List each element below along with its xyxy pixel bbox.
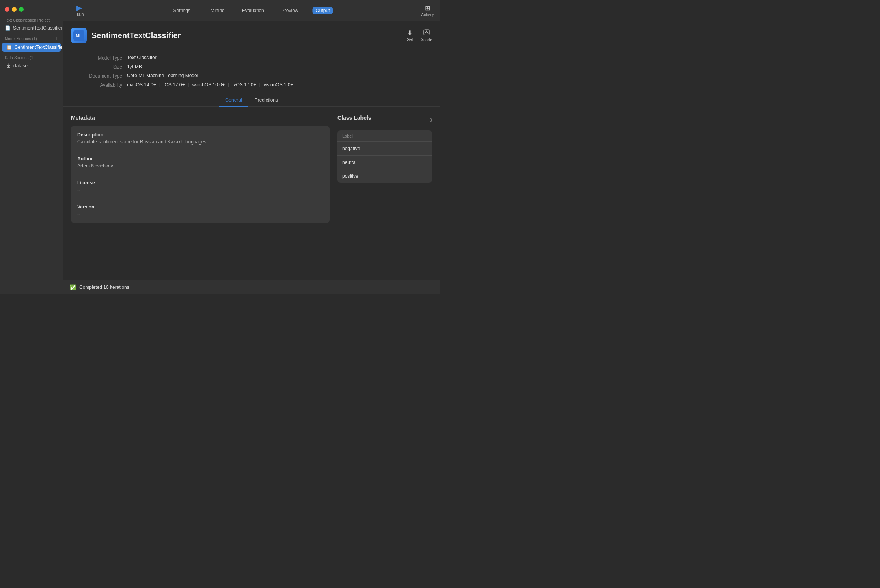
play-icon: ▶ <box>76 4 82 11</box>
model-type-row: Model Type Text Classifier <box>71 55 432 61</box>
add-model-source-button[interactable]: + <box>55 36 58 41</box>
xcode-label: Xcode <box>421 38 432 42</box>
availability-visionos: visionOS 1.0+ <box>264 82 293 87</box>
project-item[interactable]: 📄 SentimentTextClassifier <box>0 24 63 32</box>
author-label: Author <box>77 156 323 162</box>
availability-badges: macOS 14.0+ | iOS 17.0+ | watchOS 10.0+ … <box>127 82 432 87</box>
activity-icon: ⊞ <box>425 4 430 12</box>
get-icon: ⬇ <box>407 29 412 37</box>
project-label: Text Classification Project <box>0 15 63 24</box>
svg-text:ML: ML <box>76 34 82 38</box>
get-label: Get <box>407 37 413 42</box>
minimize-button[interactable] <box>12 7 17 12</box>
train-label: Train <box>75 12 84 17</box>
sep1: | <box>159 82 160 87</box>
model-sources-label: Model Sources (1) <box>5 37 37 41</box>
availability-watchos: watchOS 10.0+ <box>192 82 225 87</box>
train-button[interactable]: ▶ Train <box>69 4 89 17</box>
dataset-icon: 🗄 <box>6 63 11 69</box>
description-label: Description <box>77 132 323 138</box>
metadata-version: Version -- <box>77 204 323 217</box>
class-count: 3 <box>429 117 432 123</box>
class-labels-title: Class Labels <box>337 115 371 121</box>
traffic-lights <box>0 3 63 15</box>
model-sources-header: Model Sources (1) + <box>0 32 63 43</box>
xcode-icon <box>423 29 430 37</box>
model-info: Model Type Text Classifier Size 1,4 MB D… <box>63 48 440 91</box>
class-label-negative: negative <box>337 142 432 156</box>
metadata-author: Author Artem Novichkov <box>77 156 323 169</box>
availability-tvos: tvOS 17.0+ <box>232 82 256 87</box>
get-action[interactable]: ⬇ Get <box>407 29 413 42</box>
class-labels-box: Label negative neutral positive <box>337 130 432 183</box>
model-type-key: Model Type <box>71 55 122 61</box>
description-value: Calculate sentiment score for Russian an… <box>77 139 323 145</box>
document-type-key: Document Type <box>71 73 122 79</box>
model-icon: ML <box>71 28 87 43</box>
project-item-label: SentimentTextClassifier <box>13 25 62 31</box>
close-button[interactable] <box>5 7 9 12</box>
tab-general[interactable]: General <box>219 96 248 107</box>
size-key: Size <box>71 64 122 70</box>
availability-key: Availability <box>71 82 122 88</box>
status-text: Completed 10 iterations <box>79 285 129 290</box>
tab-preview[interactable]: Preview <box>278 7 302 14</box>
sidebar: Text Classification Project 📄 SentimentT… <box>0 0 63 294</box>
sidebar-item-dataset-label: dataset <box>13 63 29 69</box>
availability-macos: macOS 14.0+ <box>127 82 156 87</box>
data-sources-header: Data Sources (1) <box>0 52 63 61</box>
xcode-action[interactable]: Xcode <box>421 29 432 42</box>
tab-settings[interactable]: Settings <box>170 7 193 14</box>
class-labels-col: Class Labels 3 Label negative neutral po… <box>337 115 432 272</box>
model-title: SentimentTextClassifier <box>91 31 181 40</box>
metadata-box: Description Calculate sentiment score fo… <box>71 126 330 223</box>
document-icon: 📄 <box>5 25 11 31</box>
sep4: | <box>259 82 261 87</box>
license-value: -- <box>77 187 323 193</box>
size-value: 1,4 MB <box>127 64 432 69</box>
tab-output[interactable]: Output <box>312 7 333 14</box>
sidebar-item-sentiment-classifier[interactable]: 📋 SentimentTextClassifier <box>2 43 61 52</box>
metadata-license: License -- <box>77 180 323 193</box>
model-header: ML SentimentTextClassifier ⬇ Get <box>63 21 440 48</box>
sidebar-item-dataset[interactable]: 🗄 dataset <box>2 61 61 70</box>
divider3 <box>77 199 323 199</box>
metadata-title: Metadata <box>71 115 330 121</box>
license-label: License <box>77 180 323 186</box>
availability-ios: iOS 17.0+ <box>164 82 185 87</box>
availability-row: Availability macOS 14.0+ | iOS 17.0+ | w… <box>71 82 432 88</box>
model-header-actions: ⬇ Get Xcode <box>407 29 432 42</box>
class-label-neutral: neutral <box>337 156 432 169</box>
classifier-icon: 📋 <box>6 45 12 50</box>
tab-predictions[interactable]: Predictions <box>248 96 284 107</box>
version-label: Version <box>77 204 323 210</box>
toolbar: ▶ Train Settings Training Evaluation Pre… <box>63 0 440 21</box>
tab-training[interactable]: Training <box>205 7 228 14</box>
toolbar-nav: Settings Training Evaluation Preview Out… <box>170 7 333 14</box>
class-label-column-header: Label <box>337 130 432 142</box>
document-type-value: Core ML Machine Learning Model <box>127 73 432 78</box>
sidebar-item-label: SentimentTextClassifier <box>15 45 64 50</box>
availability-value: macOS 14.0+ | iOS 17.0+ | watchOS 10.0+ … <box>127 82 432 87</box>
activity-label: Activity <box>421 13 434 17</box>
maximize-button[interactable] <box>19 7 24 12</box>
tab-evaluation[interactable]: Evaluation <box>239 7 267 14</box>
metadata-col: Metadata Description Calculate sentiment… <box>71 115 330 272</box>
divider2 <box>77 175 323 175</box>
sep2: | <box>188 82 189 87</box>
two-col-layout: Metadata Description Calculate sentiment… <box>63 107 440 280</box>
class-label-positive: positive <box>337 169 432 183</box>
version-value: -- <box>77 211 323 217</box>
status-bar: ✅ Completed 10 iterations <box>63 280 440 294</box>
content-tabs: General Predictions <box>63 91 440 107</box>
activity-button[interactable]: ⊞ Activity <box>421 4 434 17</box>
size-row: Size 1,4 MB <box>71 64 432 70</box>
document-type-row: Document Type Core ML Machine Learning M… <box>71 73 432 79</box>
sep3: | <box>228 82 229 87</box>
metadata-description: Description Calculate sentiment score fo… <box>77 132 323 145</box>
author-value: Artem Novichkov <box>77 163 323 169</box>
status-icon: ✅ <box>69 284 76 290</box>
class-labels-header: Class Labels 3 <box>337 115 432 126</box>
content-area: ML SentimentTextClassifier ⬇ Get <box>63 21 440 280</box>
model-type-value: Text Classifier <box>127 55 432 60</box>
